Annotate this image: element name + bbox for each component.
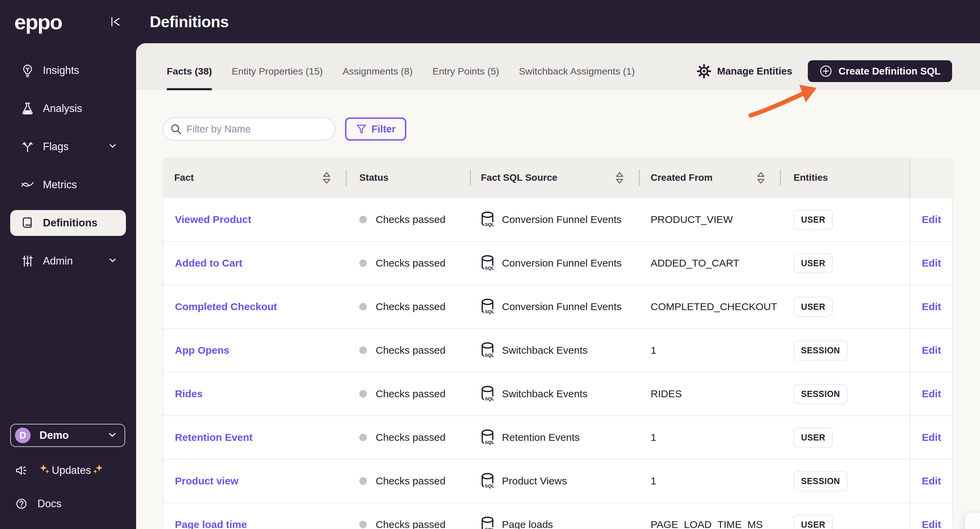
sidebar-item-analysis[interactable]: Analysis [10,96,126,121]
table-row[interactable]: App OpensChecks passed SQL Switchback Ev… [163,329,952,373]
sort-icon[interactable] [616,172,624,184]
tab-switchback-assigments-1[interactable]: Switchback Assigments (1) [519,52,635,90]
tab-bar: Facts (38)Entity Properties (15)Assignme… [167,52,635,90]
sql-source-icon: SQL [480,342,496,359]
table-row[interactable]: Completed CheckoutChecks passed SQL Conv… [163,285,952,329]
table-row[interactable]: Added to CartChecks passed SQL Conversio… [163,242,952,285]
sidebar-collapse-button[interactable] [108,14,123,29]
fact-link[interactable]: Product view [175,475,239,487]
collapse-sidebar-icon [109,15,123,29]
workspace-switcher[interactable]: D Demo [10,424,125,447]
sidebar-item-updates[interactable]: Updates [10,460,125,480]
sql-source-icon: SQL [480,386,496,402]
source-name: Conversion Funnel Events [502,214,622,225]
docs-label: Docs [37,498,62,510]
eppo-logo[interactable]: eppo [14,10,62,34]
chevron-down-icon [108,255,117,267]
sort-icon[interactable] [323,172,331,184]
funnel-icon [356,124,367,134]
entity-badge: SESSION [794,340,848,360]
lightbulb-icon [21,63,35,78]
fact-link[interactable]: Page load time [175,519,247,529]
status-dot [360,477,367,485]
edit-link[interactable]: Edit [922,301,941,312]
svg-text:SQL: SQL [485,309,495,314]
entity-badge: SESSION [794,384,848,404]
sidebar-item-docs[interactable]: Docs [10,494,125,514]
source-name: Conversion Funnel Events [502,301,622,312]
page-title: Definitions [150,13,229,31]
sql-source-icon: SQL [480,255,496,272]
fact-link[interactable]: Retention Event [175,432,253,443]
source-name: Switchback Events [502,344,588,356]
tab-facts-38[interactable]: Facts (38) [167,52,212,90]
source-name: Product Views [502,475,567,487]
facts-table: Fact StatusFact SQL Source Created From … [163,157,953,529]
entity-badge: USER [794,297,833,317]
created-from-value: PAGE_LOAD_TIME_MS [651,519,763,529]
table-row[interactable]: Product viewChecks passed SQL Product Vi… [163,460,952,503]
help-circle-icon [14,497,29,511]
sidebar-item-insights[interactable]: Insights [10,57,126,83]
table-row[interactable]: Retention EventChecks passed SQL Retenti… [163,416,952,460]
sidebar-item-flags[interactable]: Flags [10,134,126,160]
table-row[interactable]: RidesChecks passed SQL Switchback Events… [163,373,952,416]
status-dot [360,390,367,398]
sort-icon[interactable] [757,172,765,184]
status-text: Checks passed [375,475,445,487]
filter-by-name-input[interactable] [163,118,336,140]
column-header-label: Fact [174,172,194,183]
edit-link[interactable]: Edit [922,257,941,269]
edit-link[interactable]: Edit [922,475,941,487]
fact-link[interactable]: Added to Cart [175,257,242,269]
entity-badge: SESSION [794,471,848,491]
sidebar-item-label: Metrics [43,179,77,191]
plus-circle-icon [819,65,832,78]
entity-badge: USER [794,210,833,230]
status-text: Checks passed [375,432,445,443]
sparkle-icon [93,464,103,477]
sidebar: Insights Analysis Flags Metrics [0,43,136,529]
table-row[interactable]: Page load timeChecks passed SQL Page loa… [163,503,952,529]
column-header-label: Entities [794,172,828,183]
column-header-created_from[interactable]: Created From [639,157,780,198]
tab-entity-properties-15[interactable]: Entity Properties (15) [232,52,323,90]
table-header: Fact StatusFact SQL Source Created From … [163,157,953,198]
sliders-icon [21,254,35,268]
edit-link[interactable]: Edit [922,214,941,225]
table-row[interactable]: Viewed ProductChecks passed SQL Conversi… [163,198,952,242]
status-text: Checks passed [375,257,445,269]
chat-launcher-widget[interactable] [965,513,980,529]
fact-link[interactable]: Completed Checkout [175,301,277,312]
edit-link[interactable]: Edit [922,519,941,529]
sidebar-item-metrics[interactable]: Metrics [10,172,126,198]
filter-button[interactable]: Filter [345,118,406,140]
branch-icon [21,140,35,154]
tab-assignments-8[interactable]: Assignments (8) [343,52,413,90]
sidebar-item-definitions[interactable]: Definitions [10,210,126,236]
sql-source-icon: SQL [480,429,496,446]
edit-link[interactable]: Edit [922,388,941,400]
column-header-fact[interactable]: Fact [163,157,346,198]
gear-icon [697,64,711,78]
fact-link[interactable]: App Opens [175,344,229,356]
fact-link[interactable]: Rides [175,388,203,400]
edit-link[interactable]: Edit [922,432,941,443]
tab-entry-points-5[interactable]: Entry Points (5) [433,52,499,90]
sidebar-item-admin[interactable]: Admin [10,248,126,274]
manage-entities-button[interactable]: Manage Entities [697,64,792,78]
status-text: Checks passed [375,388,445,400]
status-text: Checks passed [375,344,445,356]
source-name: Retention Events [502,432,579,443]
edit-link[interactable]: Edit [922,344,941,356]
column-header-label: Created From [651,172,713,183]
column-header-source[interactable]: Fact SQL Source [470,157,639,198]
fact-link[interactable]: Viewed Product [175,214,251,225]
create-definition-sql-button[interactable]: Create Definition SQL [808,60,952,82]
source-name: Conversion Funnel Events [502,257,622,269]
created-from-value: PRODUCT_VIEW [651,214,733,225]
status-text: Checks passed [375,214,445,225]
sidebar-item-label: Insights [43,64,79,76]
created-from-value: ADDED_TO_CART [651,257,740,269]
entity-badge: USER [794,515,833,529]
